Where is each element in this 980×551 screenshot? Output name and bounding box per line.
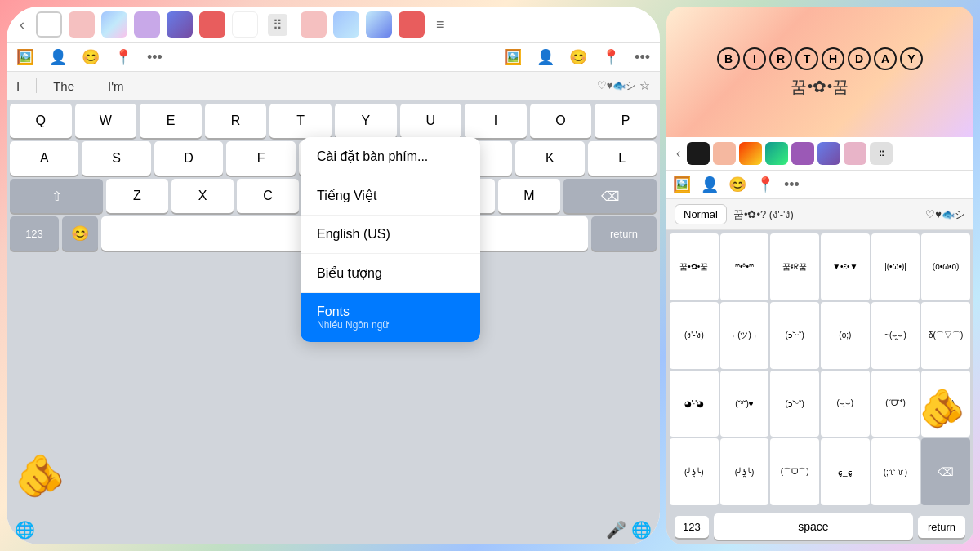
dropdown-settings[interactable]: Cài đặt bàn phím... <box>301 137 480 176</box>
theme-swatch-extra2[interactable] <box>333 11 359 38</box>
suggestion-im[interactable]: I'm <box>108 79 124 93</box>
key-q[interactable]: Q <box>10 104 72 138</box>
suggestion-the[interactable]: The <box>53 79 74 93</box>
font-cell-5[interactable]: (ο•ω•ο) <box>921 233 970 300</box>
key-c[interactable]: C <box>237 179 299 213</box>
key-m[interactable]: M <box>498 179 560 213</box>
sticker-photo[interactable]: 🖼️ <box>16 48 34 66</box>
dropdown-emoji[interactable]: Biểu tượng <box>301 254 480 293</box>
font-cell-0[interactable]: 꿈•✿•꿈 <box>670 233 719 300</box>
sticker-person2[interactable]: 👤 <box>537 48 555 66</box>
left-nav-back[interactable]: ‹ <box>15 15 29 35</box>
globe-icon-left2[interactable]: 🌐 <box>631 520 652 540</box>
font-cell-21[interactable]: ɕ̥_ɕ̥ <box>821 438 870 505</box>
key-l[interactable]: L <box>588 141 657 176</box>
key-emoji[interactable]: 😊 <box>62 216 98 251</box>
right-swatch-leaf[interactable] <box>765 142 788 165</box>
right-sticker-person[interactable]: 👤 <box>701 176 719 193</box>
right-key-space[interactable]: space <box>714 513 913 540</box>
key-i[interactable]: I <box>465 104 527 138</box>
font-cell-2[interactable]: 꿈ᵻᖇ꿈 <box>770 233 819 300</box>
right-swatch-gradient[interactable] <box>817 142 840 165</box>
font-cell-1[interactable]: ᵐ•⁸•ᵐ <box>720 233 769 300</box>
font-cell-6[interactable]: (ง'-'ง) <box>670 302 719 369</box>
font-cell-delete[interactable]: ⌫ <box>921 438 970 505</box>
theme-swatch-white2[interactable] <box>232 11 258 38</box>
mic-icon-left[interactable]: 🎤 <box>606 520 626 540</box>
right-swatch-flower[interactable] <box>844 142 866 165</box>
sticker-more2[interactable]: ••• <box>635 49 650 66</box>
key-t[interactable]: T <box>270 104 332 138</box>
sticker-emoji2[interactable]: 😊 <box>569 48 587 66</box>
right-nav-back[interactable]: ‹ <box>673 144 684 162</box>
font-normal-button[interactable]: Normal <box>675 204 727 224</box>
theme-swatch-red[interactable] <box>199 11 225 38</box>
sticker-location[interactable]: 📍 <box>114 48 132 66</box>
key-w[interactable]: W <box>75 104 137 138</box>
right-swatch-peach[interactable] <box>713 142 736 165</box>
key-d[interactable]: D <box>154 141 223 176</box>
sticker-emoji[interactable]: 😊 <box>82 48 100 66</box>
right-sticker-location[interactable]: 📍 <box>756 176 774 193</box>
key-o[interactable]: O <box>530 104 592 138</box>
font-cell-3[interactable]: ▼•ε•▼ <box>821 233 870 300</box>
font-cell-7[interactable]: ⌐(ツ)¬ <box>720 302 769 369</box>
theme-swatch-extra3[interactable] <box>366 11 392 38</box>
theme-swatch-extra1[interactable] <box>301 11 327 38</box>
key-k[interactable]: K <box>515 141 584 176</box>
theme-swatch-rainbow1[interactable] <box>101 11 127 38</box>
font-cell-22[interactable]: (;꒦꒦) <box>871 438 920 505</box>
key-return[interactable]: return <box>591 216 657 251</box>
font-cell-19[interactable]: (╯ʖ̯╰) <box>720 438 769 505</box>
key-y[interactable]: Y <box>335 104 397 138</box>
dropdown-vietnamese[interactable]: Tiếng Việt <box>301 176 480 216</box>
font-cell-15[interactable]: (⌣̯⌣) <box>821 371 870 438</box>
sticker-person[interactable]: 👤 <box>49 48 67 66</box>
right-key-return[interactable]: return <box>918 516 965 538</box>
theme-swatch-extra4[interactable] <box>399 11 425 38</box>
key-e[interactable]: E <box>140 104 202 138</box>
key-shift[interactable]: ⇧ <box>10 179 103 213</box>
key-a[interactable]: A <box>10 141 78 176</box>
right-sticker-emoji[interactable]: 😊 <box>728 176 746 193</box>
left-nav-end[interactable]: ≡ <box>431 15 450 35</box>
dropdown-english[interactable]: English (US) <box>301 216 480 254</box>
left-nav-more[interactable]: ⠿ <box>268 14 287 36</box>
right-swatch-black[interactable] <box>687 142 710 165</box>
sticker-more[interactable]: ••• <box>147 49 163 66</box>
key-s[interactable]: S <box>82 141 150 176</box>
right-sticker-more[interactable]: ••• <box>784 176 800 193</box>
font-cell-11[interactable]: δ(⌒▽⌒) <box>921 302 970 369</box>
key-z[interactable]: Z <box>106 179 168 213</box>
font-cell-14[interactable]: (ɔ˘ᵕ˘) <box>770 371 819 438</box>
key-f[interactable]: F <box>226 141 295 176</box>
sticker-photo2[interactable]: 🖼️ <box>504 48 522 66</box>
sticker-location2[interactable]: 📍 <box>602 48 620 66</box>
key-p[interactable]: P <box>595 104 657 138</box>
right-key-123[interactable]: 123 <box>675 516 709 538</box>
dropdown-fonts[interactable]: Fonts Nhiều Ngôn ngữ <box>301 293 480 342</box>
right-grid-btn[interactable]: ⠿ <box>870 142 893 165</box>
key-r[interactable]: R <box>205 104 267 138</box>
font-cell-10[interactable]: ~(⌣̯⌣) <box>871 302 920 369</box>
theme-swatch-rainbow2[interactable] <box>167 11 193 38</box>
key-delete[interactable]: ⌫ <box>564 179 657 213</box>
font-cell-9[interactable]: (ο;) <box>821 302 870 369</box>
key-123[interactable]: 123 <box>10 216 59 251</box>
globe-icon-left[interactable]: 🌐 <box>15 520 35 540</box>
key-x[interactable]: X <box>172 179 234 213</box>
font-cell-18[interactable]: (╯ʖ̯╰) <box>670 438 719 505</box>
theme-swatch-purple[interactable] <box>134 11 160 38</box>
font-cell-16[interactable]: (ˊᗜˋ*) <box>871 371 920 438</box>
font-cell-13[interactable]: (˘³˘)♥ <box>720 371 769 438</box>
font-cell-4[interactable]: |(•ω•)| <box>871 233 920 300</box>
font-cell-20[interactable]: (⌒ᗜ⌒) <box>770 438 819 505</box>
key-u[interactable]: U <box>400 104 462 138</box>
right-swatch-fire[interactable] <box>739 142 762 165</box>
font-cell-8[interactable]: (ɔ˘ᵕ˘) <box>770 302 819 369</box>
right-swatch-purple[interactable] <box>791 142 814 165</box>
suggestion-i[interactable]: I <box>16 79 20 93</box>
right-sticker-photo[interactable]: 🖼️ <box>673 176 691 193</box>
theme-swatch-pink[interactable] <box>69 11 95 38</box>
font-cell-12[interactable]: ◕'·'◕ <box>670 371 719 438</box>
